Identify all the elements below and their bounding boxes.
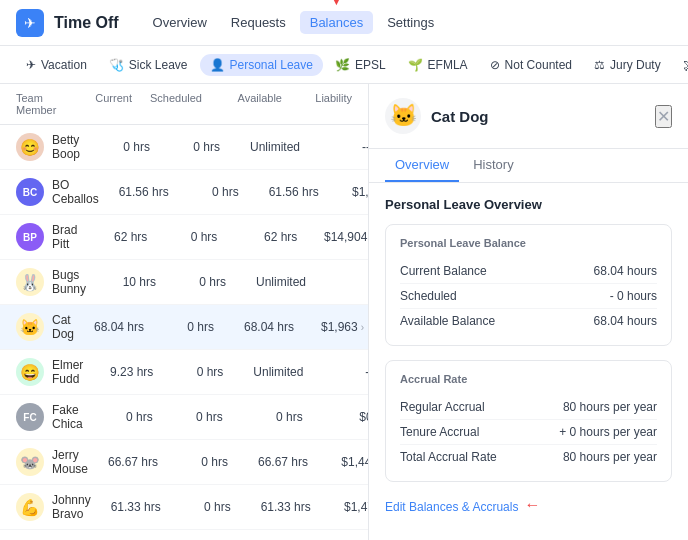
detail-avatar: 🐱 xyxy=(385,98,421,134)
edit-balances-link[interactable]: Edit Balances & Accruals xyxy=(385,500,518,514)
member-info: FC Fake Chica xyxy=(16,403,83,431)
nav-overview[interactable]: Overview xyxy=(143,11,217,34)
table-row[interactable]: 😄 Elmer Fudd 9.23 hrs 0 hrs Unlimited -- xyxy=(0,350,368,395)
team-table: Team Member Current Scheduled Available … xyxy=(0,84,368,540)
close-button[interactable]: ✕ xyxy=(655,105,672,128)
jury-icon: ⚖ xyxy=(594,58,605,72)
personal-icon: 👤 xyxy=(210,58,225,72)
nav-balances[interactable]: Balances xyxy=(300,11,373,34)
bereavement-icon: 🕊 xyxy=(683,58,688,72)
member-info: 🐰 Bugs Bunny xyxy=(16,268,86,296)
section-title: Personal Leave Overview xyxy=(385,197,672,212)
member-info: 😊 Betty Boop xyxy=(16,133,80,161)
nav-requests[interactable]: Requests xyxy=(221,11,296,34)
detail-panel: 🐱 Cat Dog ✕ Overview History Personal Le… xyxy=(368,84,688,540)
member-info: 🐭 Jerry Mouse xyxy=(16,448,88,476)
detail-name: Cat Dog xyxy=(431,108,489,125)
detail-content: Personal Leave Overview Personal Leave B… xyxy=(369,183,688,528)
table-row[interactable]: BC BO Ceballos 61.56 hrs 0 hrs 61.56 hrs… xyxy=(0,170,368,215)
table-row[interactable]: 😊 Betty Boop 0 hrs 0 hrs Unlimited -- xyxy=(0,125,368,170)
app-icon: ✈ xyxy=(16,9,44,37)
tab-vacation[interactable]: ✈ Vacation xyxy=(16,54,97,76)
vacation-icon: ✈ xyxy=(26,58,36,72)
tab-efmla[interactable]: 🌱 EFMLA xyxy=(398,54,478,76)
sub-nav: ✈ Vacation 🩺 Sick Leave 👤 Personal Leave… xyxy=(0,46,688,84)
edit-link-container: Edit Balances & Accruals ← xyxy=(385,496,672,514)
available-balance-row: Available Balance 68.04 hours xyxy=(400,309,657,333)
table-row[interactable]: 🐰 Bugs Bunny 10 hrs 0 hrs Unlimited -- xyxy=(0,260,368,305)
scheduled-row: Scheduled - 0 hours xyxy=(400,284,657,309)
table-header: Team Member Current Scheduled Available … xyxy=(0,84,368,125)
sick-icon: 🩺 xyxy=(109,58,124,72)
chevron-right-icon: › xyxy=(361,322,364,333)
top-nav: ✈ Time Off Overview Requests Balances ▼ … xyxy=(0,0,688,46)
detail-header: 🐱 Cat Dog ✕ xyxy=(369,84,688,149)
balance-card-title: Personal Leave Balance xyxy=(400,237,657,249)
regular-accrual-row: Regular Accrual 80 hours per year xyxy=(400,395,657,420)
tab-detail-overview[interactable]: Overview xyxy=(385,149,459,182)
edit-arrow: ← xyxy=(524,496,540,514)
table-row[interactable]: FC Fake Chica 0 hrs 0 hrs 0 hrs $0 xyxy=(0,395,368,440)
avatar: 😄 xyxy=(16,358,44,386)
table-row[interactable]: 🐭 Jerry Mouse 66.67 hrs 0 hrs 66.67 hrs … xyxy=(0,440,368,485)
accrual-card: Accrual Rate Regular Accrual 80 hours pe… xyxy=(385,360,672,482)
main-content: Team Member Current Scheduled Available … xyxy=(0,84,688,540)
epsl-icon: 🌿 xyxy=(335,58,350,72)
tab-detail-history[interactable]: History xyxy=(463,149,523,182)
avatar: 🐰 xyxy=(16,268,44,296)
member-info: 🐱 Cat Dog xyxy=(16,313,74,341)
avatar: 🐱 xyxy=(16,313,44,341)
table-row[interactable]: 💪 Johnny Bravo 61.33 hrs 0 hrs 61.33 hrs… xyxy=(0,485,368,530)
avatar: BC xyxy=(16,178,44,206)
efmla-icon: 🌱 xyxy=(408,58,423,72)
table-row-cat-dog[interactable]: 🐱 Cat Dog 68.04 hrs 0 hrs 68.04 hrs $1,9… xyxy=(0,305,368,350)
tab-epsl[interactable]: 🌿 EPSL xyxy=(325,54,396,76)
avatar: FC xyxy=(16,403,44,431)
tab-sick-leave[interactable]: 🩺 Sick Leave xyxy=(99,54,198,76)
not-counted-icon: ⊘ xyxy=(490,58,500,72)
avatar: 💪 xyxy=(16,493,44,521)
member-info: BP Brad Pitt xyxy=(16,223,77,251)
nav-settings[interactable]: Settings xyxy=(377,11,444,34)
tab-not-counted[interactable]: ⊘ Not Counted xyxy=(480,54,582,76)
tenure-accrual-row: Tenure Accrual + 0 hours per year xyxy=(400,420,657,445)
avatar: BP xyxy=(16,223,44,251)
avatar: 😊 xyxy=(16,133,44,161)
tab-personal-leave[interactable]: 👤 Personal Leave xyxy=(200,54,323,76)
app-title: Time Off xyxy=(54,14,119,32)
table-row[interactable]: BP Brad Pitt 62 hrs 0 hrs 62 hrs $14,904 xyxy=(0,215,368,260)
detail-tabs: Overview History xyxy=(369,149,688,183)
member-info: 💪 Johnny Bravo xyxy=(16,493,91,521)
balance-card: Personal Leave Balance Current Balance 6… xyxy=(385,224,672,346)
member-info: BC BO Ceballos xyxy=(16,178,99,206)
tab-bereavement[interactable]: 🕊 Bereavement xyxy=(673,54,688,76)
avatar: 🐭 xyxy=(16,448,44,476)
member-info: 😄 Elmer Fudd xyxy=(16,358,83,386)
detail-avatar-emoji: 🐱 xyxy=(390,103,417,129)
tab-jury-duty[interactable]: ⚖ Jury Duty xyxy=(584,54,671,76)
current-balance-row: Current Balance 68.04 hours xyxy=(400,259,657,284)
accrual-title: Accrual Rate xyxy=(400,373,657,385)
balances-arrow: ▼ xyxy=(328,0,346,10)
total-accrual-row: Total Accrual Rate 80 hours per year xyxy=(400,445,657,469)
